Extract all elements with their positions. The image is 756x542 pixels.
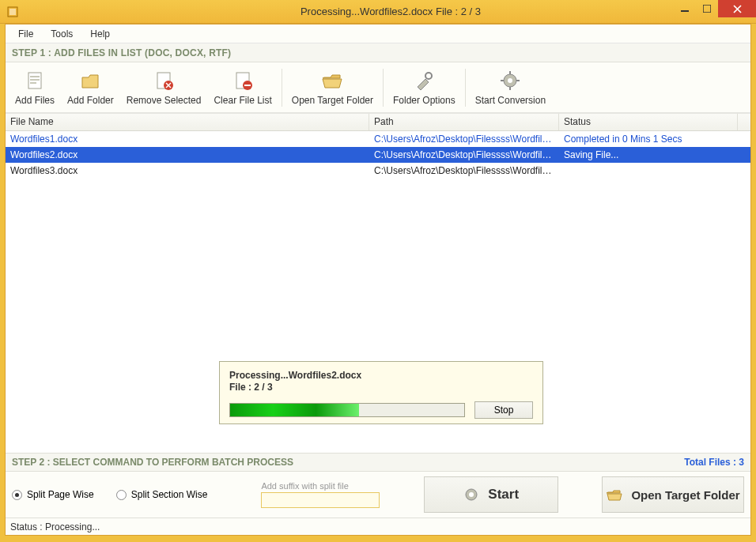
button-label: Start — [488, 487, 519, 502]
toolbar-label: Add Files — [15, 95, 55, 106]
app-icon — [6, 6, 19, 18]
table-row[interactable]: Wordfiles3.docx C:\Users\Afroz\Desktop\F… — [6, 163, 750, 179]
svg-rect-2 — [681, 10, 689, 12]
progress-fill — [230, 404, 359, 416]
radio-label: Split Section Wise — [131, 489, 208, 500]
toolbar-separator — [383, 69, 384, 107]
step2-label: STEP 2 : SELECT COMMAND TO PERFORM BATCH… — [12, 457, 293, 468]
step2-header: STEP 2 : SELECT COMMAND TO PERFORM BATCH… — [6, 453, 750, 472]
suffix-label: Add suffix with split file — [261, 481, 380, 491]
file-list: File Name Path Status Wordfiles1.docx C:… — [6, 113, 750, 453]
file-remove-icon — [153, 70, 175, 92]
add-files-button[interactable]: Add Files — [9, 64, 61, 111]
controls-panel: Split Page Wise Split Section Wise Add s… — [6, 472, 750, 518]
svg-point-13 — [425, 73, 432, 79]
gear-icon — [499, 70, 521, 92]
toolbar-label: Open Target Folder — [292, 95, 373, 106]
step1-header: STEP 1 : ADD FILES IN LIST (DOC, DOCX, R… — [6, 43, 750, 62]
radio-label: Split Page Wise — [27, 489, 94, 500]
file-add-icon — [24, 70, 46, 92]
start-button[interactable]: Start — [424, 476, 558, 513]
toolbar-label: Remove Selected — [127, 95, 202, 106]
folder-open-icon — [606, 486, 623, 503]
open-target-folder-button[interactable]: Open Target Folder — [285, 64, 380, 111]
stop-button[interactable]: Stop — [474, 401, 533, 419]
table-row[interactable]: Wordfiles2.docx C:\Users\Afroz\Desktop\F… — [6, 147, 750, 163]
clear-file-list-button[interactable]: Clear File List — [207, 64, 278, 111]
open-target-folder-button-big[interactable]: Open Target Folder — [602, 476, 744, 513]
menu-help[interactable]: Help — [82, 26, 118, 42]
toolbar-label: Folder Options — [393, 95, 455, 106]
cell-path: C:\Users\Afroz\Desktop\Filessss\Wordfile… — [369, 148, 559, 162]
menu-bar: File Tools Help — [6, 24, 750, 43]
column-header-filename[interactable]: File Name — [6, 114, 369, 130]
svg-point-21 — [469, 492, 474, 497]
toolbar-separator — [465, 69, 466, 107]
remove-selected-button[interactable]: Remove Selected — [120, 64, 208, 111]
clear-list-icon — [232, 70, 254, 92]
menu-tools[interactable]: Tools — [43, 26, 81, 42]
start-conversion-button[interactable]: Start Conversion — [469, 64, 552, 111]
toolbar-separator — [282, 69, 282, 107]
title-bar: Processing...Wordfiles2.docx File : 2 / … — [0, 0, 756, 24]
cell-path: C:\Users\Afroz\Desktop\Filessss\Wordfile… — [369, 132, 559, 146]
folder-open-icon — [321, 70, 343, 92]
split-section-wise-radio[interactable]: Split Section Wise — [116, 489, 208, 500]
cell-file: Wordfiles1.docx — [6, 132, 369, 146]
button-label: Open Target Folder — [631, 488, 739, 502]
svg-rect-5 — [30, 76, 40, 77]
close-button[interactable] — [718, 0, 756, 17]
svg-rect-3 — [703, 5, 711, 13]
svg-rect-7 — [30, 82, 36, 84]
toolbar-label: Add Folder — [67, 95, 114, 106]
table-row[interactable]: Wordfiles1.docx C:\Users\Afroz\Desktop\F… — [6, 131, 750, 147]
menu-file[interactable]: File — [10, 26, 41, 42]
cell-status: Saving File... — [559, 148, 750, 162]
folder-add-icon — [79, 70, 101, 92]
radio-dot-icon — [12, 490, 22, 500]
cell-status: Completed in 0 Mins 1 Secs — [559, 132, 750, 146]
svg-point-15 — [508, 78, 512, 83]
cell-file: Wordfiles2.docx — [6, 148, 369, 162]
status-text: Status : Processing... — [10, 521, 100, 533]
svg-rect-1 — [9, 9, 16, 15]
split-page-wise-radio[interactable]: Split Page Wise — [12, 489, 94, 500]
progress-dialog: Processing...Wordfiles2.docx File : 2 / … — [219, 361, 543, 424]
svg-rect-6 — [30, 79, 40, 81]
minimize-button[interactable] — [674, 0, 696, 17]
folder-options-button[interactable]: Folder Options — [387, 64, 462, 111]
column-header-status[interactable]: Status — [559, 114, 738, 130]
dialog-line2: File : 2 / 3 — [229, 382, 273, 393]
maximize-button[interactable] — [696, 0, 718, 17]
suffix-input[interactable] — [261, 492, 380, 508]
cell-path: C:\Users\Afroz\Desktop\Filessss\Wordfile… — [369, 164, 559, 178]
window-title: Processing...Wordfiles2.docx File : 2 / … — [25, 6, 756, 17]
total-files: Total Files : 3 — [684, 457, 744, 468]
toolbar-label: Clear File List — [214, 95, 271, 106]
column-header-path[interactable]: Path — [369, 114, 559, 130]
toolbar-label: Start Conversion — [475, 95, 546, 106]
radio-dot-icon — [116, 490, 127, 500]
dialog-line1: Processing...Wordfiles2.docx — [229, 370, 361, 381]
tools-icon — [413, 70, 435, 92]
add-folder-button[interactable]: Add Folder — [61, 64, 120, 111]
toolbar: Add Files Add Folder Remove Selected Cle… — [6, 62, 750, 113]
gear-icon — [463, 486, 480, 503]
column-spacer — [738, 114, 750, 130]
status-bar: Status : Processing... — [6, 518, 750, 535]
cell-file: Wordfiles3.docx — [6, 164, 369, 178]
svg-rect-12 — [244, 85, 251, 86]
cell-status — [559, 169, 750, 172]
progress-bar — [229, 403, 465, 417]
